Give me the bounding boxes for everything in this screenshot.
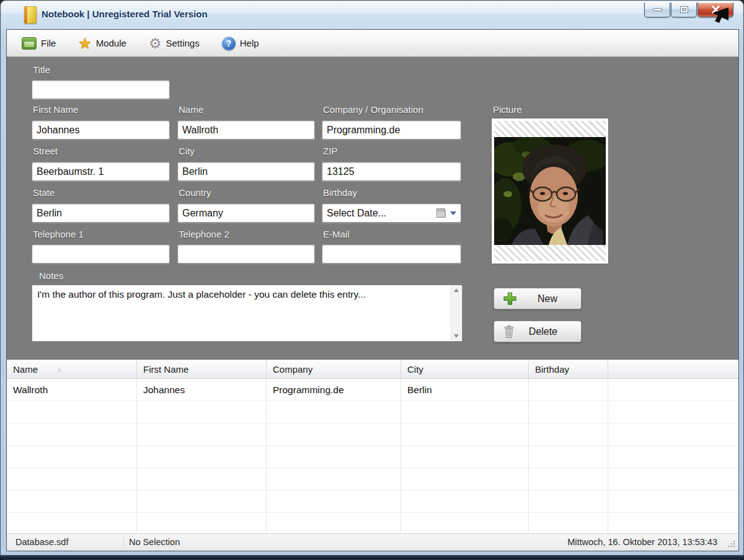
toolbar-settings-button[interactable]: ⚙ Settings xyxy=(149,37,200,50)
state-label: State xyxy=(33,187,55,198)
title-field-input[interactable] xyxy=(32,80,170,99)
scroll-down-icon[interactable] xyxy=(454,334,459,338)
contact-form-panel: Title First Name Name Company / Organisa… xyxy=(7,57,738,360)
table-row[interactable] xyxy=(7,424,738,446)
table-cell xyxy=(401,491,529,512)
window-bottom-edge xyxy=(1,555,743,559)
state-input[interactable] xyxy=(32,203,170,223)
table-row[interactable] xyxy=(7,401,738,424)
notes-input[interactable]: I'm the author of this program. Just a p… xyxy=(32,285,463,342)
table-cell xyxy=(529,401,608,423)
table-row[interactable] xyxy=(7,491,738,513)
telephone2-label: Telephone 2 xyxy=(179,229,229,239)
column-header-blank xyxy=(608,360,738,378)
table-cell xyxy=(529,379,608,401)
dropdown-arrow-icon xyxy=(450,211,456,215)
table-cell xyxy=(608,513,738,533)
contacts-table: Name First Name Company City Birthday Wa… xyxy=(7,360,738,533)
zip-label: ZIP xyxy=(323,146,337,156)
column-header-name[interactable]: Name xyxy=(7,360,137,378)
email-input[interactable] xyxy=(322,244,461,264)
table-cell: Berlin xyxy=(401,379,529,401)
table-cell xyxy=(608,491,738,512)
telephone1-input[interactable] xyxy=(32,244,170,264)
table-cell xyxy=(7,424,137,445)
table-cell xyxy=(401,513,529,533)
delete-button[interactable]: Delete xyxy=(494,321,582,342)
sort-ascending-icon xyxy=(58,366,61,373)
table-cell xyxy=(137,401,267,423)
table-cell xyxy=(137,491,267,512)
telephone1-label: Telephone 1 xyxy=(33,229,84,239)
star-icon: ★ xyxy=(78,37,92,50)
picture-label: Picture xyxy=(493,104,522,115)
picture-box[interactable] xyxy=(492,118,608,264)
table-cell xyxy=(7,513,137,533)
toolbar-module-button[interactable]: ★ Module xyxy=(78,37,126,50)
toolbar-file-button[interactable]: File xyxy=(22,37,56,50)
column-header-city[interactable]: City xyxy=(401,360,529,378)
trash-icon xyxy=(503,325,515,339)
table-cell xyxy=(529,468,608,490)
column-header-name-label: Name xyxy=(13,364,38,375)
status-database: Database.sdf xyxy=(16,537,68,547)
table-cell xyxy=(267,468,401,490)
table-cell xyxy=(7,491,137,512)
table-cell xyxy=(267,446,401,468)
minimize-button[interactable] xyxy=(644,2,670,17)
content-area: File ★ Module ⚙ Settings ? Help Title Fi… xyxy=(6,29,739,551)
birthday-date-picker[interactable]: Select Date... xyxy=(322,203,461,223)
maximize-button[interactable] xyxy=(671,2,697,17)
toolbar-help-button[interactable]: ? Help xyxy=(222,37,259,50)
first-name-label: First Name xyxy=(33,104,78,115)
city-input[interactable] xyxy=(177,162,315,181)
delete-button-label: Delete xyxy=(529,326,557,337)
table-cell xyxy=(608,379,738,401)
mouse-cursor-icon xyxy=(709,4,730,24)
table-cell xyxy=(608,446,738,468)
table-cell xyxy=(401,446,529,468)
new-button[interactable]: New xyxy=(494,288,582,309)
telephone2-input[interactable] xyxy=(177,244,315,264)
column-header-birthday-label: Birthday xyxy=(535,364,569,375)
plus-icon xyxy=(503,291,517,306)
resize-grip-icon[interactable] xyxy=(728,540,735,548)
birthday-value: Select Date... xyxy=(327,208,436,219)
toolbar-file-label: File xyxy=(41,38,56,48)
table-cell xyxy=(267,424,401,445)
column-header-company-label: Company xyxy=(273,364,312,375)
table-cell xyxy=(401,401,529,423)
column-header-first-name-label: First Name xyxy=(143,364,188,375)
notes-scrollbar[interactable] xyxy=(451,286,461,340)
table-cell xyxy=(529,424,608,445)
column-header-first-name[interactable]: First Name xyxy=(137,360,267,378)
country-input[interactable] xyxy=(177,203,315,223)
country-label: Country xyxy=(179,187,211,198)
company-input[interactable] xyxy=(322,120,461,140)
street-input[interactable] xyxy=(32,162,170,181)
table-cell xyxy=(267,491,401,512)
zip-input[interactable] xyxy=(322,162,461,181)
picture-hatch-bottom xyxy=(494,245,606,261)
table-row[interactable] xyxy=(7,446,738,468)
table-row[interactable] xyxy=(7,513,738,533)
table-row[interactable] xyxy=(7,468,738,491)
table-cell xyxy=(137,446,267,468)
scroll-up-icon[interactable] xyxy=(454,288,459,292)
column-header-birthday[interactable]: Birthday xyxy=(529,360,608,378)
notes-label: Notes xyxy=(39,270,63,281)
column-header-city-label: City xyxy=(407,364,423,375)
maximize-icon xyxy=(681,7,688,12)
table-cell xyxy=(529,491,608,512)
first-name-input[interactable] xyxy=(32,120,170,140)
table-cell xyxy=(608,468,738,490)
table-header: Name First Name Company City Birthday xyxy=(7,360,738,379)
table-row[interactable]: WallrothJohannesProgramming.deBerlin xyxy=(7,379,738,401)
table-cell xyxy=(608,424,738,445)
notebook-app-icon xyxy=(24,6,37,24)
table-cell xyxy=(7,468,137,490)
name-input[interactable] xyxy=(177,120,315,140)
table-cell xyxy=(7,446,137,468)
column-header-company[interactable]: Company xyxy=(267,360,401,378)
minimize-icon xyxy=(653,9,662,11)
